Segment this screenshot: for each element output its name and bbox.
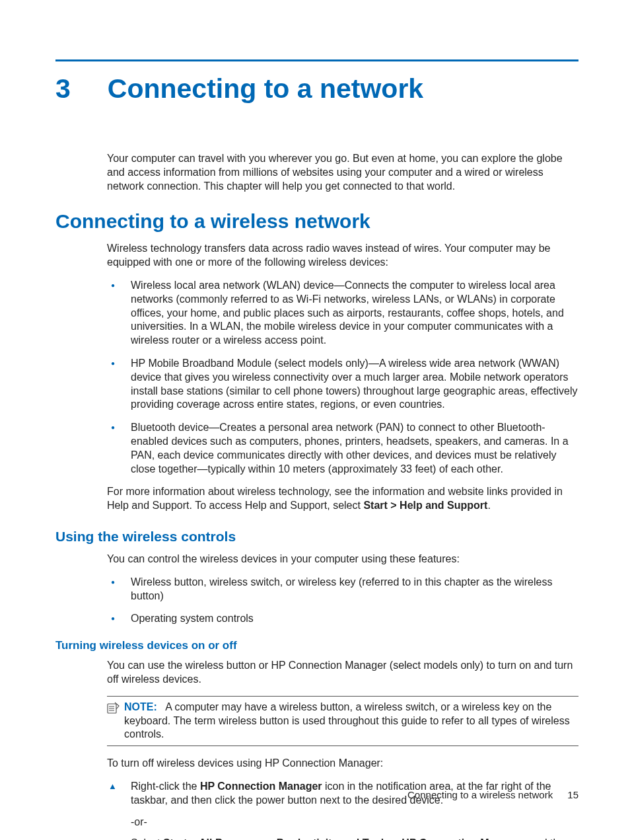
note-label: NOTE: [124,701,157,712]
proc-lead: To turn off wireless devices using HP Co… [107,757,578,771]
text-run: Select [131,837,163,840]
chapter-heading: 3 Connecting to a network [55,73,578,104]
subsubsection-turning-devices-heading: Turning wireless devices on or off [55,639,578,652]
triangle-icon: ▲ [108,781,117,792]
list-item: Bluetooth device—Creates a personal area… [107,421,578,476]
text-run: . [487,500,490,511]
list-item: Wireless button, wireless switch, or wir… [107,576,578,603]
page-footer: Connecting to a wireless network 15 [407,789,578,800]
page-number: 15 [567,789,578,800]
list-item: HP Mobile Broadband Module (select model… [107,357,578,412]
top-rule [55,59,578,61]
menu-path-bold: Start > Help and Support [363,500,487,511]
controls-intro: You can control the wireless devices in … [107,553,578,566]
chapter-title: Connecting to a network [108,73,423,104]
note-box: NOTE: A computer may have a wireless but… [107,696,578,746]
footer-section-title: Connecting to a wireless network [407,789,553,800]
text-run: Right-click the [131,781,200,792]
wireless-intro: Wireless technology transfers data acros… [107,242,578,270]
chapter-number: 3 [55,73,71,104]
intro-paragraph: Your computer can travel with you wherev… [107,152,578,193]
wireless-more-info: For more information about wireless tech… [107,485,578,513]
wireless-device-list: Wireless local area network (WLAN) devic… [107,279,578,476]
text-run: For more information about wireless tech… [107,486,563,511]
list-item: Operating system controls [107,612,578,626]
section-wireless-heading: Connecting to a wireless network [55,210,578,233]
list-item: Wireless local area network (WLAN) devic… [107,279,578,348]
menu-path-bold: Start > All Programs > Productivity and … [163,837,524,840]
or-separator: -or- [131,816,578,829]
note-icon [107,701,124,742]
turning-intro: You can use the wireless button or HP Co… [107,659,578,687]
subsection-wireless-controls-heading: Using the wireless controls [55,529,578,545]
controls-list: Wireless button, wireless switch, or wir… [107,576,578,626]
note-text: A computer may have a wireless button, a… [124,701,570,740]
app-name-bold: HP Connection Manager [200,781,322,792]
